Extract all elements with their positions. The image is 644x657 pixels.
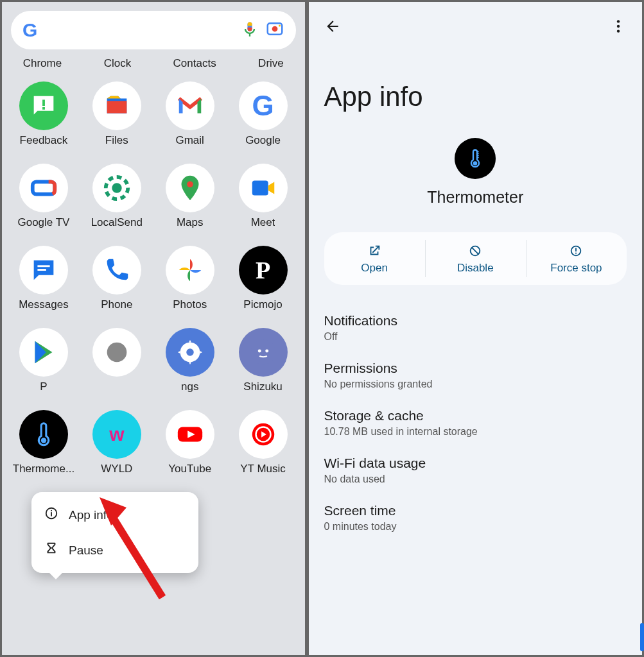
phone-icon [92, 246, 141, 294]
app-unknown[interactable] [80, 328, 153, 393]
mic-icon[interactable] [241, 20, 259, 40]
list-item-wi-fi-data-usage[interactable]: Wi-Fi data usageNo data used [324, 447, 627, 494]
app-label: Google [245, 134, 281, 147]
action-label: Disable [457, 262, 494, 275]
svg-rect-10 [252, 181, 268, 196]
app-files[interactable]: Files [80, 81, 153, 147]
list-item-storage-cache[interactable]: Storage & cache10.78 MB used in internal… [324, 399, 627, 447]
ytmusic-icon [239, 410, 288, 459]
app-row-labels-top: Chrome Clock Contacts Drive [2, 57, 305, 70]
open-button[interactable]: Open [324, 232, 425, 285]
disable-button[interactable]: Disable [425, 232, 526, 285]
more-icon[interactable] [610, 18, 627, 37]
app-thermome-[interactable]: Thermome... [7, 410, 80, 475]
thermometer-app-icon [455, 138, 496, 179]
svg-rect-11 [37, 265, 49, 267]
app-label: Phone [101, 298, 132, 311]
list-item-title: Notifications [324, 313, 627, 328]
app-drawer-panel: G Chrome Clock Contacts Drive FeedbackFi… [0, 0, 307, 657]
app-grid: FeedbackFilesGmailGGoogleGoogle TVLocalS… [2, 81, 305, 475]
longpress-popup: App info Pause [31, 492, 198, 573]
app-label: LocalSend [91, 216, 143, 229]
svg-rect-25 [51, 510, 52, 511]
svg-point-1 [272, 26, 277, 32]
force-stop-button[interactable]: Force stop [526, 232, 627, 285]
svg-point-8 [112, 183, 121, 192]
app-label: Google TV [17, 216, 69, 229]
svg-point-15 [186, 348, 194, 356]
app-label: Shizuku [243, 380, 282, 393]
app-label: P [40, 380, 47, 393]
app-info-panel: App info Thermometer Open Disable Force … [307, 0, 645, 657]
google-logo-icon: G [22, 19, 37, 41]
app-feedback[interactable]: Feedback [7, 81, 80, 147]
app-label: ngs [181, 380, 198, 393]
shizuku-icon [239, 328, 288, 377]
app-p[interactable]: P [7, 328, 80, 393]
list-item-subtitle: 10.78 MB used in internal storage [324, 426, 627, 438]
app-messages[interactable]: Messages [7, 246, 80, 311]
popup-item-app-info[interactable]: App info [31, 497, 198, 533]
list-item-subtitle: No data used [324, 474, 627, 485]
feedback-icon [19, 81, 68, 130]
unknown-icon [92, 328, 141, 377]
page-title: App info [324, 81, 627, 112]
app-label: Picmojo [243, 298, 282, 311]
app-label: Feedback [20, 134, 68, 147]
list-item-subtitle: No permissions granted [324, 379, 627, 390]
google-icon: G [239, 81, 288, 130]
svg-rect-38 [576, 248, 577, 252]
app-youtube[interactable]: YouTube [153, 410, 227, 475]
picmojo-icon: P [239, 246, 288, 294]
svg-point-19 [41, 438, 46, 443]
app-shizuku[interactable]: Shizuku [227, 328, 300, 393]
back-icon[interactable] [324, 18, 341, 37]
app-wyld[interactable]: wWYLD [80, 410, 153, 475]
app-label[interactable]: Clock [104, 57, 132, 70]
app-gmail[interactable]: Gmail [153, 81, 227, 147]
svg-rect-24 [51, 512, 52, 516]
list-item-notifications[interactable]: NotificationsOff [324, 304, 627, 352]
app-google-tv[interactable]: Google TV [7, 164, 80, 229]
app-phone[interactable]: Phone [80, 246, 153, 311]
svg-point-16 [250, 340, 275, 364]
popup-item-label: App info [69, 508, 114, 522]
app-label[interactable]: Chrome [23, 57, 62, 70]
svg-point-18 [265, 350, 268, 353]
app-ngs[interactable]: ngs [153, 328, 227, 393]
action-label: Force stop [550, 262, 602, 275]
svg-rect-12 [37, 269, 46, 271]
app-label[interactable]: Drive [258, 57, 284, 70]
wyld-icon: w [92, 410, 141, 459]
popup-item-pause[interactable]: Pause [31, 533, 198, 568]
list-item-screen-time[interactable]: Screen time0 minutes today [324, 494, 627, 542]
svg-point-2 [279, 25, 281, 27]
files-icon [92, 81, 141, 130]
app-photos[interactable]: Photos [153, 246, 227, 311]
app-label: WYLD [101, 463, 132, 475]
svg-rect-3 [42, 99, 45, 106]
meet-icon [239, 164, 288, 212]
action-row: Open Disable Force stop [324, 232, 627, 285]
app-maps[interactable]: Maps [153, 164, 227, 229]
app-label: Maps [177, 216, 204, 229]
app-localsend[interactable]: LocalSend [80, 164, 153, 229]
app-yt-music[interactable]: YT Music [227, 410, 300, 475]
photos-icon [166, 246, 214, 294]
app-google[interactable]: GGoogle [227, 81, 300, 147]
search-bar[interactable]: G [11, 11, 296, 49]
youtube-icon [166, 410, 214, 459]
googletv-icon [19, 164, 68, 212]
app-header: Thermometer [324, 138, 627, 207]
hourglass-icon [44, 542, 58, 559]
app-label[interactable]: Contacts [173, 57, 216, 70]
scrollbar[interactable] [640, 623, 644, 651]
app-label: Meet [251, 216, 275, 229]
svg-point-17 [257, 350, 261, 353]
svg-rect-39 [576, 253, 577, 254]
lens-icon[interactable] [265, 19, 284, 41]
app-meet[interactable]: Meet [227, 164, 300, 229]
list-item-subtitle: 0 minutes today [324, 521, 627, 533]
list-item-permissions[interactable]: PermissionsNo permissions granted [324, 352, 627, 399]
app-picmojo[interactable]: PPicmojo [227, 246, 300, 311]
